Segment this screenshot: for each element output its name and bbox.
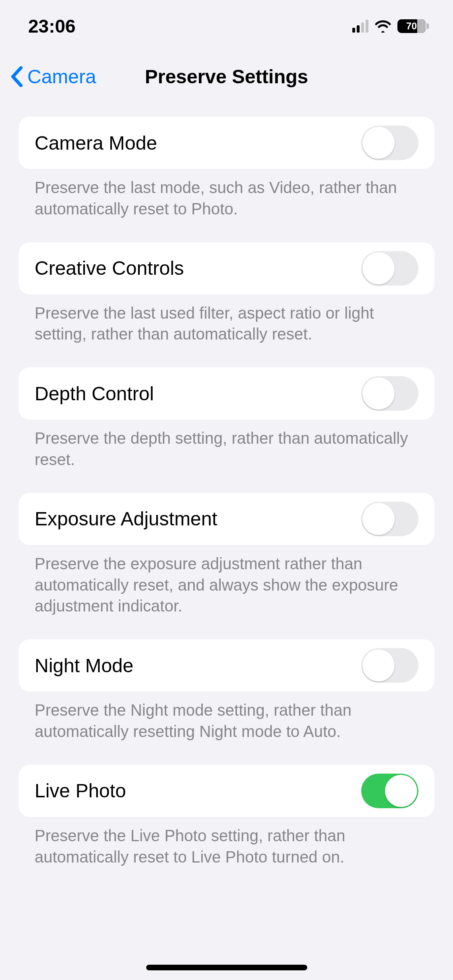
back-label: Camera — [27, 66, 96, 88]
home-indicator[interactable] — [146, 965, 307, 970]
chevron-left-icon — [10, 66, 24, 87]
setting-row-creative-controls[interactable]: Creative Controls — [19, 242, 434, 294]
setting-row-night-mode[interactable]: Night Mode — [19, 639, 434, 692]
setting-section-live-photo: Live Photo Preserve the Live Photo setti… — [19, 765, 434, 868]
setting-section-camera-mode: Camera Mode Preserve the last mode, such… — [19, 117, 434, 220]
toggle-creative-controls[interactable] — [361, 251, 418, 286]
setting-description: Preserve the Night mode setting, rather … — [19, 692, 434, 742]
setting-label: Creative Controls — [35, 257, 184, 279]
setting-description: Preserve the last used filter, aspect ra… — [19, 294, 434, 345]
setting-row-live-photo[interactable]: Live Photo — [19, 765, 434, 817]
setting-section-exposure-adjustment: Exposure Adjustment Preserve the exposur… — [19, 493, 434, 617]
back-button[interactable]: Camera — [10, 66, 96, 88]
status-indicators: 70 — [352, 19, 429, 33]
setting-row-camera-mode[interactable]: Camera Mode — [19, 117, 434, 169]
setting-row-exposure-adjustment[interactable]: Exposure Adjustment — [19, 493, 434, 545]
navigation-bar: Camera Preserve Settings — [0, 52, 453, 101]
setting-row-depth-control[interactable]: Depth Control — [19, 367, 434, 420]
setting-description: Preserve the Live Photo setting, rather … — [19, 817, 434, 868]
setting-label: Camera Mode — [35, 132, 157, 154]
setting-description: Preserve the last mode, such as Video, r… — [19, 169, 434, 220]
setting-description: Preserve the exposure adjustment rather … — [19, 545, 434, 617]
status-bar: 23:06 70 — [0, 0, 453, 52]
toggle-live-photo[interactable] — [361, 774, 418, 808]
setting-label: Live Photo — [35, 780, 126, 802]
toggle-camera-mode[interactable] — [361, 126, 418, 160]
setting-section-night-mode: Night Mode Preserve the Night mode setti… — [19, 639, 434, 742]
toggle-night-mode[interactable] — [361, 648, 418, 683]
setting-label: Night Mode — [35, 655, 133, 677]
settings-list: Camera Mode Preserve the last mode, such… — [0, 101, 453, 867]
cellular-signal-icon — [352, 20, 368, 33]
setting-description: Preserve the depth setting, rather than … — [19, 420, 434, 470]
wifi-icon — [374, 20, 392, 33]
battery-icon: 70 — [397, 19, 429, 33]
setting-section-creative-controls: Creative Controls Preserve the last used… — [19, 242, 434, 345]
battery-percentage: 70 — [406, 21, 417, 32]
setting-label: Exposure Adjustment — [35, 508, 217, 530]
toggle-depth-control[interactable] — [361, 376, 418, 411]
status-time: 23:06 — [28, 15, 76, 37]
toggle-exposure-adjustment[interactable] — [361, 502, 418, 536]
setting-section-depth-control: Depth Control Preserve the depth setting… — [19, 367, 434, 470]
setting-label: Depth Control — [35, 383, 154, 405]
